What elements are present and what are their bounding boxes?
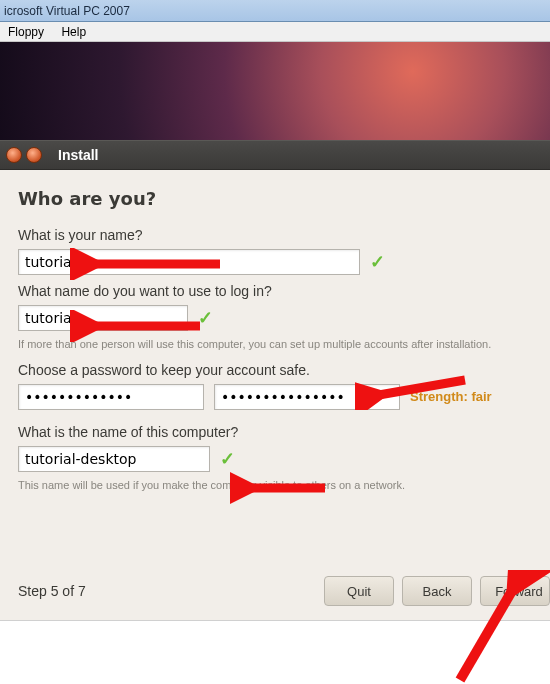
quit-button[interactable]: Quit [324, 576, 394, 606]
password-strength: Strength: fair [410, 389, 492, 404]
forward-button[interactable]: Forward [480, 576, 550, 606]
vpc-title-text: icrosoft Virtual PC 2007 [4, 4, 130, 18]
installer-dialog: Who are you? What is your name? ✓ What n… [0, 170, 550, 620]
step-indicator: Step 5 of 7 [18, 583, 86, 599]
name-input[interactable] [18, 249, 360, 275]
vpc-menubar: Floppy Help [0, 22, 550, 42]
login-hint: If more than one person will use this co… [18, 337, 532, 352]
computer-name-input[interactable] [18, 446, 210, 472]
vpc-titlebar: icrosoft Virtual PC 2007 [0, 0, 550, 22]
menu-floppy[interactable]: Floppy [8, 25, 44, 39]
question-login: What name do you want to use to log in? [18, 283, 532, 299]
login-input[interactable] [18, 305, 188, 331]
checkmark-icon: ✓ [370, 251, 385, 273]
menu-help[interactable]: Help [61, 25, 86, 39]
installer-title: Install [58, 147, 98, 163]
dialog-footer: Step 5 of 7 Quit Back Forward [18, 576, 550, 606]
minimize-icon[interactable] [26, 147, 42, 163]
installer-titlebar: Install [0, 140, 550, 170]
question-computer: What is the name of this computer? [18, 424, 532, 440]
ubuntu-desktop-bg [0, 42, 550, 140]
close-icon[interactable] [6, 147, 22, 163]
question-password: Choose a password to keep your account s… [18, 362, 532, 378]
back-button[interactable]: Back [402, 576, 472, 606]
blank-region [0, 620, 550, 684]
page-heading: Who are you? [18, 188, 532, 209]
checkmark-icon: ✓ [220, 448, 235, 470]
question-name: What is your name? [18, 227, 532, 243]
password-input[interactable] [18, 384, 204, 410]
computer-hint: This name will be used if you make the c… [18, 478, 532, 493]
checkmark-icon: ✓ [198, 307, 213, 329]
password-confirm-input[interactable] [214, 384, 400, 410]
